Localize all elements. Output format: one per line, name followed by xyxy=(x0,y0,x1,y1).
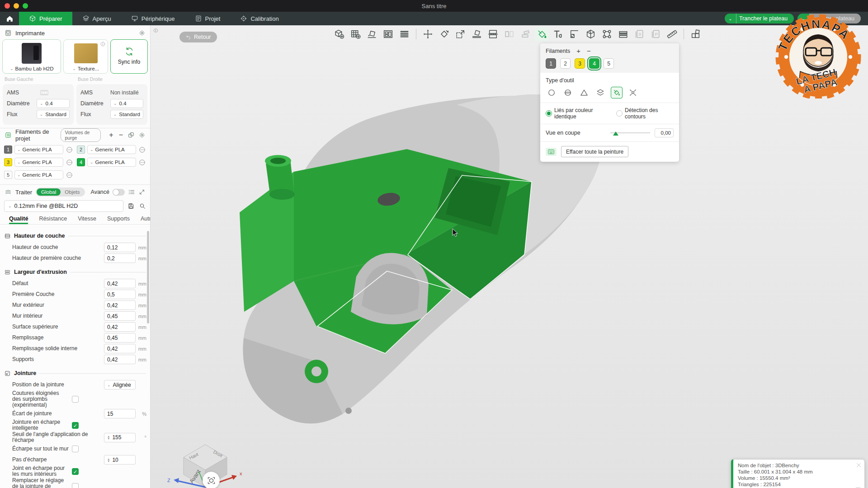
slider-marker-icon[interactable] xyxy=(613,131,618,136)
paint-filament-swatch-5[interactable]: 5 xyxy=(604,58,614,69)
printer-card[interactable]: ⌄Bambu Lab H2D xyxy=(2,39,61,74)
param-input[interactable]: 0,45 xyxy=(104,311,136,321)
filament-edit-button[interactable] xyxy=(66,159,73,166)
filament-edit-button[interactable] xyxy=(138,146,146,154)
param-input[interactable]: 0,42 xyxy=(104,344,136,353)
slice-dropdown-chevron-icon[interactable]: ⌄ xyxy=(725,14,736,23)
radio-edge-detection[interactable]: Détection des contours xyxy=(616,107,674,120)
param-input[interactable]: 0,42 xyxy=(104,355,136,364)
assembly-button[interactable] xyxy=(689,27,703,41)
save-preset-icon[interactable] xyxy=(127,202,135,210)
param-checkbox[interactable]: ✓ xyxy=(72,422,79,429)
section-view-slider[interactable] xyxy=(610,132,650,133)
paint-button[interactable] xyxy=(535,27,549,41)
scope-global[interactable]: Global xyxy=(37,188,61,196)
fill-tool-button[interactable] xyxy=(611,87,623,99)
tab-peripherique[interactable]: Périphérique xyxy=(121,12,185,25)
param-spinner[interactable]: ▲▼10 xyxy=(104,455,136,465)
advanced-toggle[interactable] xyxy=(113,189,125,196)
tweaks-icon[interactable] xyxy=(138,188,146,196)
triangle-tool-button[interactable] xyxy=(578,87,590,99)
left-flow-select[interactable]: ⌄Standard xyxy=(37,110,70,119)
sync-info-button[interactable]: Sync info xyxy=(110,39,148,74)
text-button[interactable] xyxy=(551,27,565,41)
paint-filament-swatch-4[interactable]: 4 xyxy=(589,58,599,69)
height-range-tool-button[interactable] xyxy=(594,87,606,99)
add-filament-button[interactable]: + xyxy=(576,47,580,55)
filament-sync-icon[interactable] xyxy=(127,131,135,139)
process-preset-select[interactable]: ⌄0.12mm Fine @BBL H2D xyxy=(4,200,123,212)
filament-edit-button[interactable] xyxy=(66,146,73,154)
left-diameter-select[interactable]: ⌄0.4 xyxy=(37,99,70,108)
scale-button[interactable] xyxy=(453,27,467,41)
process-tab-resistance[interactable]: Résistance xyxy=(39,216,67,224)
paint-filament-swatch-3[interactable]: 3 xyxy=(575,58,585,69)
param-section-header[interactable]: Jointure xyxy=(0,367,150,379)
param-input[interactable]: 0,5 xyxy=(104,290,136,299)
param-input[interactable]: 0,42 xyxy=(104,322,136,332)
tab-apercu[interactable]: Aperçu xyxy=(72,12,121,25)
right-diameter-select[interactable]: ⌄0.4 xyxy=(110,99,143,108)
remove-filament-slot-button[interactable]: − xyxy=(118,131,124,139)
filament-edit-button[interactable] xyxy=(138,159,146,166)
filament-color-swatch[interactable]: 1 xyxy=(4,145,12,154)
list-view-icon[interactable] xyxy=(128,188,135,196)
tab-preparer[interactable]: Préparer xyxy=(19,12,72,25)
param-section-header[interactable]: Hauteur de couche xyxy=(0,230,150,242)
process-tab-vitesse[interactable]: Vitesse xyxy=(78,216,96,224)
purge-volumes-button[interactable]: Volumes de purge xyxy=(61,128,101,142)
filament-color-swatch[interactable]: 4 xyxy=(77,158,85,166)
scope-toggle[interactable]: Global Objets xyxy=(36,188,85,197)
sphere-tool-button[interactable] xyxy=(562,87,574,99)
move-button[interactable] xyxy=(421,27,435,41)
circle-tool-button[interactable] xyxy=(546,87,557,99)
build-plate-card[interactable]: ⌄Texture... xyxy=(63,39,108,74)
filament-select[interactable]: ⌄Generic PLA xyxy=(87,145,136,154)
add-plate-button[interactable] xyxy=(349,27,363,41)
tab-projet[interactable]: Projet xyxy=(185,12,231,25)
add-filament-slot-button[interactable]: + xyxy=(108,131,114,139)
stack-button[interactable] xyxy=(397,27,411,41)
param-checkbox[interactable]: ✓ xyxy=(72,468,79,475)
param-spinner[interactable]: ▲▼155 xyxy=(104,433,136,442)
home-button[interactable] xyxy=(0,12,19,25)
sidebar-collapse-handle[interactable] xyxy=(152,27,159,34)
info-icon[interactable] xyxy=(100,41,106,47)
filament-select[interactable]: ⌄Generic PLA xyxy=(14,170,63,179)
param-checkbox[interactable] xyxy=(72,446,79,452)
filament-color-swatch[interactable]: 2 xyxy=(77,145,85,154)
printer-settings-gear-icon[interactable] xyxy=(138,29,146,37)
param-input[interactable]: 0,2 xyxy=(104,253,136,263)
cut-button[interactable] xyxy=(486,27,500,41)
filament-color-swatch[interactable]: 3 xyxy=(4,158,12,166)
fuzzy-skin-button[interactable] xyxy=(600,27,614,41)
sidebar-scrollbar[interactable] xyxy=(147,231,149,324)
paint-filament-swatch-1[interactable]: 1 xyxy=(546,58,556,69)
arrange-button[interactable] xyxy=(381,27,395,41)
search-icon[interactable] xyxy=(139,202,146,210)
filament-select[interactable]: ⌄Generic PLA xyxy=(14,145,63,154)
lay-flat-button[interactable] xyxy=(470,27,484,41)
paint-filament-swatch-2[interactable]: 2 xyxy=(560,58,571,69)
collapse-info-icon[interactable]: — xyxy=(856,485,860,488)
fix-model-button[interactable] xyxy=(584,27,598,41)
process-tab-qualite[interactable]: Qualité xyxy=(9,216,28,224)
variable-layer-button[interactable] xyxy=(616,27,630,41)
process-tab-autre[interactable]: Autre xyxy=(141,216,151,224)
param-input[interactable]: 0,42 xyxy=(104,279,136,288)
gap-fill-tool-button[interactable] xyxy=(627,87,639,99)
seam-paint-button[interactable] xyxy=(567,27,581,41)
ruler-button[interactable] xyxy=(665,27,679,41)
filament-color-swatch[interactable]: 5 xyxy=(4,171,12,179)
param-checkbox[interactable] xyxy=(72,483,79,488)
clear-paint-button[interactable]: Effacer toute la peinture xyxy=(561,146,628,157)
param-input[interactable]: 0,42 xyxy=(104,300,136,310)
add-cube-button[interactable] xyxy=(332,27,346,41)
param-input[interactable]: 15 xyxy=(104,409,136,418)
right-flow-select[interactable]: ⌄Standard xyxy=(110,110,143,119)
process-tab-supports[interactable]: Supports xyxy=(107,216,130,224)
param-section-header[interactable]: Largeur d'extrusion xyxy=(0,266,150,278)
filament-settings-gear-icon[interactable] xyxy=(138,131,146,139)
param-checkbox[interactable] xyxy=(72,396,79,403)
close-icon[interactable] xyxy=(855,462,862,469)
